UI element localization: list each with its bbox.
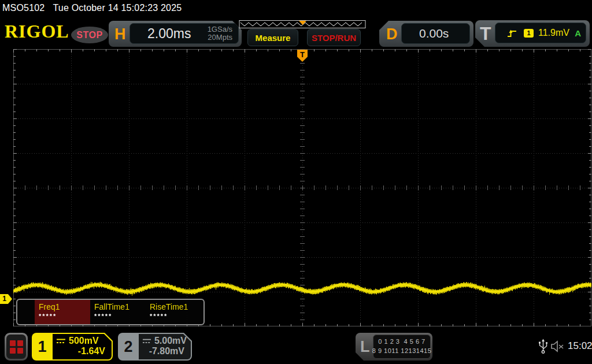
model-name: MSO5102 — [2, 3, 45, 13]
measurement-item-risetime1[interactable]: RiseTime1 ***** — [146, 300, 201, 324]
measurement-label: FallTime1 — [94, 302, 146, 311]
measurement-label: Freq1 — [39, 302, 90, 311]
logic-channels-block[interactable]: L 0 1 2 3 4 5 6 7 8 9 1011 12131415 — [356, 333, 432, 361]
ch1-ground-marker[interactable]: 1 — [0, 294, 12, 304]
measurement-panel: Freq1 ***** FallTime1 ***** RiseTime1 **… — [16, 299, 205, 325]
speaker-muted-icon — [550, 340, 565, 352]
sample-rate: 1GSa/s — [208, 25, 232, 34]
datetime-text: Tue October 14 15:02:23 2025 — [53, 3, 182, 13]
status-bar: MSO5102Tue October 14 15:02:23 2025 — [2, 3, 182, 13]
usb-icon — [539, 339, 547, 354]
memory-depth: 20Mpts — [208, 33, 232, 42]
delay-tab-label: D — [386, 25, 398, 43]
trigger-mode-indicator: A — [575, 28, 581, 38]
channel-1-offset: -1.64V — [56, 346, 108, 356]
dc-coupling-icon — [142, 338, 151, 344]
app-grid-icon — [10, 340, 23, 354]
measurement-item-falltime1[interactable]: FallTime1 ***** — [90, 300, 146, 324]
horizontal-tab-label: H — [114, 25, 126, 43]
logic-row-1: 0 1 2 3 4 5 6 7 — [378, 337, 425, 347]
stop-run-button[interactable]: STOP/RUN — [307, 29, 361, 46]
trigger-tab-label: T — [480, 23, 491, 44]
logic-channel-numbers: 0 1 2 3 4 5 6 7 8 9 1011 12131415 — [373, 335, 431, 359]
channel-2-block[interactable]: 2 5.00mV -7.80mV — [118, 333, 192, 361]
horizontal-settings-block[interactable]: H 2.00ms 1GSa/s 20Mpts — [109, 21, 242, 47]
channel-1-block[interactable]: 1 500mV -1.64V — [32, 333, 113, 361]
channel-2-scale: 5.00mV — [154, 336, 187, 346]
channel-1-badge: 1 — [32, 333, 53, 361]
delay-settings-block[interactable]: D 0.00s — [379, 21, 473, 47]
sample-rate-memdepth: 1GSa/s 20Mpts — [208, 25, 232, 42]
trigger-source-badge: 1 — [524, 29, 534, 38]
channel-2-badge: 2 — [118, 333, 139, 361]
logic-row-2: 8 9 1011 12131415 — [372, 347, 432, 356]
trigger-settings-block[interactable]: T 1 11.9mV A — [475, 20, 590, 47]
measurement-value: ***** — [94, 313, 146, 320]
channel-1-scale: 500mV — [69, 336, 99, 346]
measurement-value: ***** — [150, 313, 201, 320]
rising-edge-icon — [507, 29, 517, 38]
dc-coupling-icon — [56, 338, 66, 344]
measurement-value: ***** — [39, 313, 90, 320]
measure-button[interactable]: Measure — [247, 29, 298, 46]
measurement-item-freq1[interactable]: Freq1 ***** — [35, 300, 90, 324]
delay-value[interactable]: 0.00s — [419, 27, 449, 40]
main-menu-button[interactable] — [5, 333, 28, 361]
timebase-value[interactable]: 2.00ms — [147, 26, 191, 42]
rigol-logo: RIGOL — [5, 21, 69, 42]
oscilloscope-screen: MSO5102Tue October 14 15:02:23 2025 RIGO… — [0, 0, 592, 364]
trigger-level-value[interactable]: 11.9mV — [538, 28, 569, 38]
acquisition-status-badge: STOP — [71, 27, 108, 43]
channel-2-offset: -7.80mV — [142, 346, 187, 356]
memory-overview-bar[interactable] — [239, 19, 366, 28]
logic-tab-label: L — [360, 338, 370, 356]
measurement-label: RiseTime1 — [150, 302, 201, 311]
clock-text: 15:02 — [568, 340, 592, 352]
waveform-display-canvas — [13, 49, 591, 326]
